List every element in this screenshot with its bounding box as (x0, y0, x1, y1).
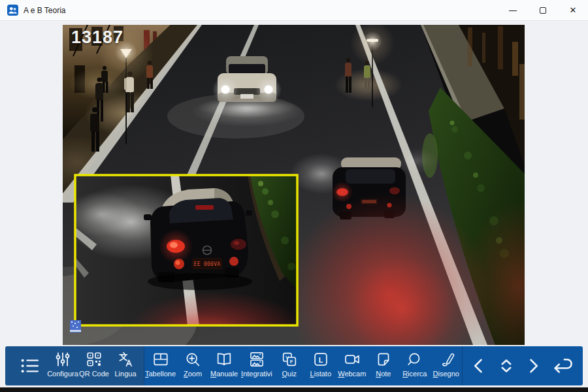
chevron-up-down-icon (497, 356, 516, 376)
open-book-icon (216, 351, 233, 368)
toolbar-label: Webcam (338, 370, 366, 378)
scene-illustration: EE 000VA (63, 25, 525, 345)
draw-pen-icon (438, 351, 455, 368)
toolbar-button-webcam[interactable]: Webcam (336, 346, 368, 385)
toolbar-main-group: Tabellone Zoom Manuale Integrativi (144, 346, 462, 385)
toolbar-label: Disegno (433, 370, 459, 378)
sliders-icon (54, 351, 71, 368)
toolbar-label: Quiz (282, 370, 297, 378)
qr-code-icon (86, 351, 103, 368)
toolbar-label: Integrativi (241, 370, 272, 378)
highlight-inset: EE 000VA (63, 175, 304, 345)
window-controls: — ✕ (498, 0, 588, 20)
note-icon (375, 351, 392, 368)
license-plate: EE 000VA (194, 261, 221, 267)
toolbar-nav-group (462, 346, 583, 385)
translate-icon (117, 351, 134, 368)
minimize-icon: — (509, 6, 517, 15)
window-bottom-edge (0, 387, 588, 392)
window-title: A e B Teoria (24, 6, 66, 15)
maximize-icon (540, 7, 546, 14)
toolbar-button-lingua[interactable]: Lingua (110, 346, 141, 385)
images-stack-icon (248, 351, 265, 368)
app-people-icon (7, 5, 18, 16)
close-button[interactable]: ✕ (558, 0, 588, 20)
toolbar-label: Configura (47, 370, 78, 378)
close-icon: ✕ (570, 5, 577, 15)
return-button[interactable] (551, 355, 576, 377)
next-question-button[interactable] (523, 356, 543, 376)
webcam-icon (344, 351, 361, 368)
toolbar-button-manuale[interactable]: Manuale (208, 346, 240, 385)
toolbar-label: Lingua (114, 370, 136, 378)
previous-question-button[interactable] (469, 356, 489, 376)
list-square-icon: L (312, 351, 329, 368)
question-number: 13187 (71, 27, 123, 48)
toolbar-button-quiz[interactable]: V F Quiz (274, 346, 305, 385)
return-arrow-icon (551, 355, 576, 377)
zoom-in-icon (184, 351, 201, 368)
toolbar-button-tabellone[interactable]: Tabellone (144, 346, 177, 385)
true-false-icon: V F (281, 351, 298, 368)
toolbar-label: Ricerca (402, 370, 427, 378)
menu-button[interactable] (12, 346, 47, 385)
chevron-left-icon (469, 356, 489, 376)
toolbar-button-configura[interactable]: Configura (47, 346, 78, 385)
search-icon (406, 351, 423, 368)
title-bar: A e B Teoria — ✕ (0, 0, 588, 21)
expand-button[interactable] (497, 356, 516, 376)
chevron-right-icon (523, 356, 543, 376)
toolbar-button-qr-code[interactable]: QR Code (78, 346, 110, 385)
toolbar-label: QR Code (79, 370, 109, 378)
watermark-icon (70, 320, 81, 333)
toolbar-label: Note (376, 370, 391, 378)
question-image: EE 000VA 13187 (63, 25, 525, 345)
svg-text:F: F (290, 359, 293, 365)
minimize-button[interactable]: — (498, 0, 528, 20)
toolbar-button-ricerca[interactable]: Ricerca (399, 346, 431, 385)
toolbar-button-note[interactable]: Note (368, 346, 399, 385)
toolbar-button-zoom[interactable]: Zoom (177, 346, 208, 385)
toolbar-button-integrativi[interactable]: Integrativi (240, 346, 274, 385)
toolbar-left-group: Configura QR Code Lingua (5, 346, 144, 385)
toolbar-label: Manuale (210, 370, 238, 378)
svg-text:L: L (318, 356, 323, 364)
toolbar-button-disegno[interactable]: Disegno (431, 346, 462, 385)
toolbar-label: Zoom (184, 370, 202, 378)
board-grid-icon (152, 351, 169, 368)
toolbar-button-listato[interactable]: L Listato (305, 346, 336, 385)
bottom-toolbar: Configura QR Code Lingua (5, 346, 583, 385)
menu-list-icon (20, 357, 40, 375)
toolbar-label: Listato (310, 370, 331, 378)
maximize-button[interactable] (528, 0, 558, 20)
toolbar-label: Tabellone (145, 370, 176, 378)
